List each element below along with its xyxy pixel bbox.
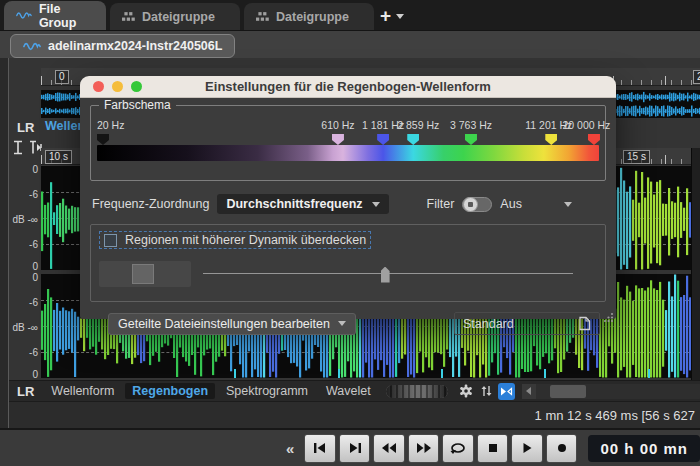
stop-marker[interactable] [332, 134, 344, 145]
ruler-10s-label: 10 s [45, 150, 72, 164]
color-gradient-bar[interactable] [97, 145, 599, 161]
chevron-down-icon [372, 202, 380, 207]
tab-label: Dateigruppe [276, 10, 349, 24]
marker-tick [544, 369, 546, 378]
go-to-start-button[interactable] [304, 434, 336, 463]
level-meter [386, 385, 448, 398]
add-tab-button[interactable]: + [380, 3, 404, 29]
dynamics-slider[interactable] [203, 264, 573, 284]
stop-marker[interactable] [97, 134, 109, 145]
mini-slider-thumb[interactable] [132, 264, 154, 284]
shared-settings-button[interactable]: Geteilte Dateieinstellungen bearbeiten [108, 313, 356, 335]
frequency-mapping-row: Frequenz-Zuordnung Durchschnittsfrequenz… [92, 193, 604, 215]
tab-bar: File Group Dateigruppe Dateigruppe + [0, 0, 700, 30]
loop-icon [449, 441, 467, 455]
stop-marker[interactable] [588, 134, 600, 145]
settings-gear-icon[interactable] [458, 383, 475, 400]
zoom-window-icon[interactable] [131, 81, 142, 92]
resize-grip-icon[interactable] [603, 312, 614, 326]
ruler-start-label: 0 [55, 70, 69, 84]
go-to-end-button[interactable] [339, 434, 371, 463]
minimize-window-icon[interactable] [112, 81, 123, 92]
stop-marker[interactable] [377, 134, 389, 145]
chevron-down-icon [338, 321, 346, 326]
filter-toggle[interactable] [462, 197, 492, 212]
dialog-title-bar[interactable]: Einstellungen für die Regenbogen-Wellenf… [80, 76, 616, 98]
marker-tick [648, 369, 650, 378]
rainbow-settings-dialog: Einstellungen für die Regenbogen-Wellenf… [80, 76, 616, 319]
time-display[interactable]: 00 h 00 mn [588, 435, 700, 462]
mini-slider[interactable] [99, 261, 191, 287]
ibeam-cursor-icon[interactable] [12, 140, 25, 159]
scrollbar-thumb[interactable] [550, 385, 586, 398]
dynamics-checkbox-row[interactable]: Regionen mit höherer Dynamik überdecken [99, 231, 371, 249]
stop-marker[interactable] [465, 134, 477, 145]
waveform-icon [16, 9, 32, 22]
channel-label-top: LR [17, 120, 34, 135]
color-scheme-group: Farbschema 20 Hz 610 Hz 1 181 Hz 2 859 H… [90, 105, 606, 181]
plus-icon: + [380, 5, 391, 27]
frequency-mapping-label: Frequenz-Zuordnung [92, 197, 209, 211]
fast-forward-button[interactable] [408, 434, 440, 463]
record-icon [556, 442, 568, 454]
selection-status: 1 mn 12 s 469 ms [56 s 627 [535, 408, 695, 423]
play-icon [521, 442, 533, 454]
skip-end-icon [347, 442, 363, 454]
marker-tick [338, 369, 340, 378]
app-window: File Group Dateigruppe Dateigruppe + ade… [0, 0, 700, 466]
toggle-knob [463, 197, 478, 212]
db-neg-inf-label: dB -∞ [13, 322, 38, 333]
view-tab-regenbogen[interactable]: Regenbogen [125, 383, 215, 399]
loop-button[interactable] [442, 434, 474, 463]
dynamics-slider-row [99, 261, 597, 287]
slider-thumb[interactable] [381, 267, 390, 283]
view-tab-bar: LR Wellenform Regenbogen Spektrogramm Wa… [9, 380, 700, 401]
file-group-grid-icon [256, 12, 269, 22]
file-group-grid-icon [122, 12, 135, 22]
waveform-icon [23, 40, 41, 53]
vertical-scrollbar[interactable] [691, 148, 700, 380]
tab-file-group[interactable]: File Group [4, 1, 106, 30]
view-tab-wavelet[interactable]: Wavelet [319, 383, 378, 399]
status-bar: 1 mn 12 s 469 ms [56 s 627 [9, 401, 700, 428]
dynamics-checkbox[interactable] [104, 234, 117, 247]
file-tab[interactable]: adelinarmx2024-Instr240506L [10, 34, 235, 58]
chevron-down-icon [396, 14, 404, 19]
collapse-transport-button[interactable]: « [286, 440, 294, 457]
dialog-body: Farbschema 20 Hz 610 Hz 1 181 Hz 2 859 H… [80, 105, 616, 327]
tab-dateigruppe-2[interactable]: Dateigruppe [244, 3, 374, 30]
rewind-button[interactable] [373, 434, 405, 463]
dialog-title: Einstellungen für die Regenbogen-Wellenf… [80, 79, 616, 94]
view-tab-wellenform[interactable]: Wellenform [44, 383, 121, 399]
skip-start-icon [312, 442, 328, 454]
play-scrub-icon[interactable] [498, 383, 515, 400]
stop-marker[interactable] [407, 134, 419, 145]
stop-label: 20 Hz [97, 119, 124, 131]
record-button[interactable] [546, 434, 578, 463]
swap-channels-icon[interactable] [478, 383, 495, 400]
filter-dropdown-chevron-icon[interactable] [564, 202, 572, 207]
preset-selector[interactable]: Standard [454, 312, 600, 335]
play-button[interactable] [511, 434, 543, 463]
window-controls [93, 81, 142, 92]
stop-button[interactable] [477, 434, 509, 463]
view-tab-spektrogramm[interactable]: Spektrogramm [219, 383, 315, 399]
scroll-left-icon[interactable] [522, 384, 536, 399]
dynamics-group: Regionen mit höherer Dynamik überdecken [90, 224, 606, 302]
horizontal-scrollbar[interactable] [522, 384, 700, 399]
dialog-bottom-row: Geteilte Dateieinstellungen bearbeiten S… [108, 312, 600, 335]
dynamics-checkbox-label: Regionen mit höherer Dynamik überdecken [125, 233, 366, 247]
preset-document-icon [578, 316, 591, 331]
stop-label: 2 859 Hz [397, 119, 439, 131]
tab-dateigruppe-1[interactable]: Dateigruppe [110, 3, 240, 30]
close-window-icon[interactable] [93, 81, 104, 92]
transport-bar: « 00 h 00 mn [0, 428, 700, 466]
tab-label: Dateigruppe [142, 10, 215, 24]
marker-tick [441, 369, 443, 378]
stop-label: 3 763 Hz [450, 119, 492, 131]
group-legend: Farbschema [99, 98, 176, 112]
stop-marker[interactable] [545, 134, 557, 145]
frequency-mapping-dropdown[interactable]: Durchschnittsfrequenz [217, 194, 388, 214]
channel-label-bottom: LR [17, 384, 34, 399]
file-name: adelinarmx2024-Instr240506L [48, 39, 222, 53]
